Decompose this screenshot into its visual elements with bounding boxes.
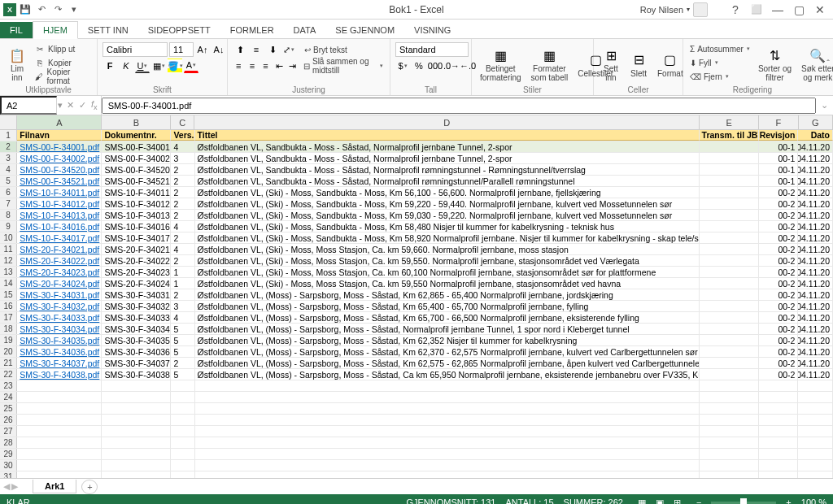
table-row[interactable]: 7SMS-10-F-34012.pdfSMS-10-F-340122Østfol… [0, 198, 833, 210]
cell[interactable] [759, 437, 798, 448]
file-link[interactable]: SMS-00-F-34002.pdf [20, 154, 99, 163]
cell[interactable]: 04.11.20 [798, 346, 833, 357]
cell[interactable]: SMS-20-F-34021 [102, 244, 171, 254]
cell[interactable]: SMS-00-F-34002.pdf [17, 153, 102, 163]
cell[interactable] [171, 380, 194, 391]
expand-formula-icon[interactable]: ⌄ [816, 100, 833, 111]
row-header[interactable]: 23 [0, 380, 17, 391]
cell[interactable]: 2 [171, 164, 194, 175]
table-row[interactable]: 14SMS-20-F-34024.pdfSMS-20-F-340241Østfo… [0, 278, 833, 289]
cell[interactable]: Østfoldbanen VL, (Ski) - Moss, Sandbukta… [195, 187, 700, 198]
insert-cells-button[interactable]: ⊞Sett inn [599, 42, 623, 86]
table-row[interactable]: 18SMS-30-F-34034.pdfSMS-30-F-340345Østfo… [0, 324, 833, 335]
file-link[interactable]: SMS-20-F-34021.pdf [20, 245, 99, 254]
cell[interactable] [700, 210, 759, 220]
cell[interactable] [700, 198, 759, 209]
col-header-d[interactable]: D [194, 115, 700, 129]
cell[interactable]: SMS-30-F-34038.pdf [17, 369, 102, 380]
file-link[interactable]: SMS-10-F-34011.pdf [20, 188, 99, 198]
help-icon[interactable]: ? [726, 2, 745, 18]
cell[interactable] [102, 471, 171, 478]
row-header[interactable]: 11 [0, 244, 17, 254]
cell[interactable]: SMS-30-F-34038 [102, 369, 171, 380]
cell[interactable]: 04.11.20 [798, 267, 833, 277]
row-header[interactable]: 4 [0, 164, 17, 175]
table-row[interactable]: 11SMS-20-F-34021.pdfSMS-20-F-340214Østfo… [0, 244, 833, 255]
file-link[interactable]: SMS-30-F-34035.pdf [20, 336, 99, 345]
cell[interactable] [171, 403, 194, 414]
cell[interactable]: 5 [171, 346, 194, 357]
save-icon[interactable]: 💾 [18, 2, 33, 17]
cell[interactable]: 00-1 [759, 176, 798, 186]
delete-cells-button[interactable]: ⊟Slett [626, 42, 651, 86]
grid-body[interactable]: 1FilnavnDokumentnr.Vers.TittelTransm. ti… [0, 130, 833, 478]
cell[interactable] [195, 426, 700, 437]
table-row[interactable]: 3SMS-00-F-34002.pdfSMS-00-F-340023Østfol… [0, 153, 833, 164]
cell[interactable] [700, 301, 759, 311]
font-size-select[interactable] [169, 42, 194, 57]
cell[interactable] [17, 426, 102, 437]
cell[interactable]: 4 [171, 312, 194, 323]
cell[interactable]: 5 [171, 335, 194, 345]
tab-sideoppsett[interactable]: SIDEOPPSETT [138, 22, 220, 38]
view-page-break-button[interactable]: ⊞ [669, 495, 687, 504]
cell[interactable] [102, 403, 171, 414]
row-header[interactable]: 1 [0, 130, 17, 141]
cell[interactable] [102, 426, 171, 437]
cell[interactable] [700, 289, 759, 300]
cell[interactable]: SMS-30-F-34032 [102, 301, 171, 311]
collapse-ribbon-icon[interactable]: ˆ [826, 59, 830, 68]
table-row[interactable]: 16SMS-30-F-34032.pdfSMS-30-F-340323Østfo… [0, 301, 833, 312]
file-link[interactable]: SMS-00-F-34521.pdf [20, 176, 99, 186]
cell[interactable] [700, 415, 759, 425]
cell[interactable]: 00-2 [759, 369, 798, 380]
file-link[interactable]: SMS-20-F-34023.pdf [20, 267, 99, 277]
table-row[interactable]: 5SMS-00-F-34521.pdfSMS-00-F-345212Østfol… [0, 176, 833, 187]
cell[interactable] [195, 403, 700, 414]
cell[interactable] [700, 278, 759, 289]
table-row[interactable]: 22SMS-30-F-34038.pdfSMS-30-F-340385Østfo… [0, 369, 833, 380]
decrease-font-button[interactable]: A↓ [212, 42, 226, 57]
cell[interactable]: SMS-10-F-34016 [102, 221, 171, 232]
cell[interactable] [700, 187, 759, 198]
cell[interactable]: 2 [171, 289, 194, 300]
col-header-g[interactable]: G [799, 115, 833, 129]
cell[interactable]: 5 [171, 324, 194, 334]
row-header[interactable]: 16 [0, 301, 17, 311]
file-link[interactable]: SMS-30-F-34036.pdf [20, 347, 99, 357]
col-header-c[interactable]: C [171, 115, 194, 129]
cell[interactable]: Østfoldbanen VL, (Moss) - Sarpsborg, Mos… [195, 358, 700, 368]
cell[interactable] [798, 471, 833, 478]
name-box[interactable] [0, 96, 57, 115]
file-link[interactable]: SMS-30-F-34033.pdf [20, 313, 99, 323]
cell[interactable]: 3 [171, 301, 194, 311]
row-header[interactable]: 25 [0, 403, 17, 414]
table-row[interactable]: 15SMS-30-F-34031.pdfSMS-30-F-340312Østfo… [0, 289, 833, 301]
cell[interactable]: Filnavn [17, 130, 102, 141]
cell[interactable]: 04.11.20 [798, 358, 833, 368]
row-header[interactable]: 8 [0, 210, 17, 220]
view-normal-button[interactable]: ▦ [633, 495, 651, 504]
cell[interactable] [700, 324, 759, 334]
cell[interactable] [17, 471, 102, 478]
cell[interactable]: SMS-00-F-34520.pdf [17, 164, 102, 175]
tab-visning[interactable]: VISNING [404, 22, 460, 38]
cell[interactable]: Vers. [171, 130, 194, 141]
number-format-select[interactable] [395, 42, 469, 57]
cell[interactable] [759, 471, 798, 478]
accounting-format-button[interactable]: $▾ [395, 59, 410, 73]
cell[interactable]: 04.11.20 [798, 255, 833, 266]
align-center-button[interactable]: ≡ [246, 59, 259, 73]
cell[interactable]: 2 [171, 198, 194, 209]
file-link[interactable]: SMS-20-F-34024.pdf [20, 279, 99, 289]
row-header[interactable]: 26 [0, 415, 17, 425]
cell[interactable] [798, 392, 833, 402]
cell[interactable] [700, 153, 759, 163]
view-page-layout-button[interactable]: ▣ [651, 495, 669, 504]
cell[interactable]: SMS-30-F-34036.pdf [17, 346, 102, 357]
cell[interactable] [798, 437, 833, 448]
cell[interactable]: 4 [171, 141, 194, 152]
row-header[interactable]: 24 [0, 392, 17, 402]
border-button[interactable]: ▦▾ [151, 59, 166, 73]
cell[interactable]: SMS-30-F-34032.pdf [17, 301, 102, 311]
